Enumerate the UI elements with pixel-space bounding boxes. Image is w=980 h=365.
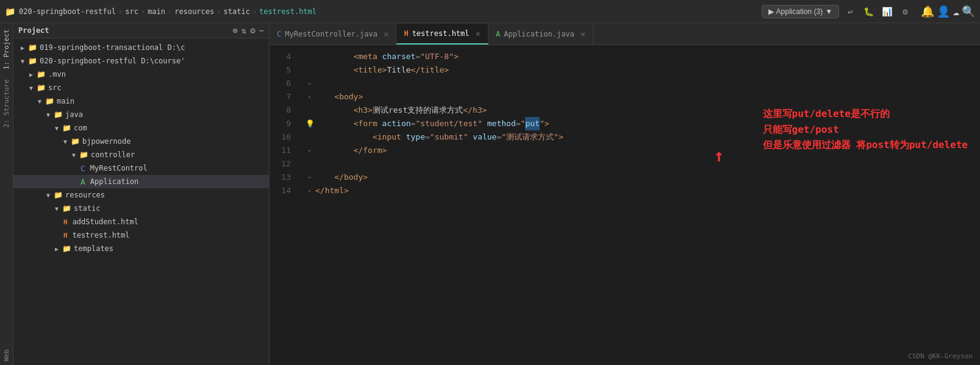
code-line-5: <title>Title</title> <box>304 63 973 77</box>
play-icon: ▶ <box>768 7 774 16</box>
folder-icon: 📁 <box>5 7 15 16</box>
profile-icon[interactable]: 📊 <box>879 4 894 19</box>
tree-item-controller[interactable]: ▼📁controller <box>13 148 269 161</box>
tree-item-java[interactable]: ▼📁java <box>13 108 269 121</box>
html-file-icon: H <box>63 218 68 226</box>
code-line-13: ▸ </body> <box>304 171 973 184</box>
tab-close-2[interactable]: × <box>476 29 481 38</box>
tree-item-static[interactable]: ▼📁static <box>13 202 269 215</box>
tree-label: java <box>65 110 83 119</box>
tree-label: 020-springboot-restful D:\course' <box>40 57 185 65</box>
sidebar-icons: ⊕ ⇅ ⚙ − <box>232 26 264 35</box>
code-line-7: ▸ <body> <box>304 90 973 104</box>
sidebar-header: Project ⊕ ⇅ ⚙ − <box>13 23 269 38</box>
tab-label-3: Application.java <box>504 30 574 38</box>
folder-icon: 📁 <box>79 151 88 159</box>
tree-label: src <box>48 83 62 92</box>
folder-icon: 📁 <box>54 191 63 199</box>
folder-icon: 📁 <box>62 124 71 132</box>
folder-icon: 📁 <box>28 43 37 52</box>
sync-icon[interactable]: ⇅ <box>241 26 246 35</box>
tab-label-2: testrest.html <box>412 29 470 38</box>
breadcrumb-item-1: 020-springboot-restful <box>19 7 116 16</box>
tree-item-MyRestControl[interactable]: CMyRestControl <box>13 161 269 175</box>
tree-label: bjpowernode <box>82 137 131 146</box>
line-numbers: 4567891011121314 <box>270 45 297 365</box>
tab-label-1: MyRestController.java <box>285 30 377 38</box>
folder-icon: 📁 <box>54 110 63 119</box>
minimize-icon[interactable]: − <box>259 26 264 35</box>
tab-application[interactable]: A Application.java × <box>488 24 593 44</box>
tree-label: static <box>74 204 100 213</box>
highlighted-token: put <box>525 117 539 130</box>
top-bar-actions: ↩ 🐛 📊 ⚙ <box>843 4 912 19</box>
tree-item-testrest.html[interactable]: Htestrest.html <box>13 229 269 242</box>
top-bar: 📁 020-springboot-restful › src › main › … <box>0 0 980 23</box>
tree-label: testrest.html <box>73 231 130 239</box>
vtab-web[interactable]: Web <box>1 346 12 365</box>
tree-item-bjpowernode[interactable]: ▼📁bjpowernode <box>13 135 269 148</box>
run-label: Application (3) <box>776 7 823 16</box>
breadcrumb-item-2: src <box>125 7 138 16</box>
sidebar: Project ⊕ ⇅ ⚙ − ▶📁019-springboot-transac… <box>13 23 270 365</box>
tab-close-3[interactable]: × <box>581 29 585 39</box>
tree-label: controller <box>91 151 135 159</box>
tab-myrestcontroller[interactable]: C MyRestController.java × <box>270 24 396 44</box>
breadcrumb-item-5: static <box>224 7 250 16</box>
code-line-4: <meta charset="UTF-8"> <box>304 50 973 63</box>
tree-label: com <box>74 124 87 132</box>
fold-icon: ▸ <box>304 144 315 157</box>
refresh-icon[interactable]: ↩ <box>843 4 857 19</box>
tree-item-Application[interactable]: AApplication <box>13 175 269 188</box>
debug-icon[interactable]: 🐛 <box>861 4 876 19</box>
editor-tabs: C MyRestController.java × H testrest.htm… <box>270 23 980 45</box>
code-line-11: ▸ </form> <box>304 144 973 157</box>
tree-item-020-springboot-restful[interactable]: ▼📁020-springboot-restful D:\course' <box>13 54 269 68</box>
folder-icon: 📁 <box>45 97 54 105</box>
settings-icon[interactable]: ⚙ <box>898 4 912 19</box>
tree-item-templates[interactable]: ▶📁templates <box>13 242 269 255</box>
code-line-12 <box>304 157 973 171</box>
folder-icon: 📁 <box>37 83 46 92</box>
code-line-14: ▸</html> <box>304 184 973 197</box>
code-line-9: 💡 <form action="student/test" method="pu… <box>304 117 973 130</box>
tree-item-src[interactable]: ▼📁src <box>13 81 269 94</box>
tab-close-1[interactable]: × <box>384 29 388 39</box>
gear-icon[interactable]: ⚙ <box>250 26 255 35</box>
add-icon[interactable]: ⊕ <box>232 26 237 35</box>
editor-area: C MyRestController.java × H testrest.htm… <box>270 23 980 365</box>
breadcrumb: 020-springboot-restful › src › main › re… <box>19 7 317 16</box>
tab-html-icon: H <box>404 29 408 38</box>
tree-item-resources[interactable]: ▼📁resources <box>13 188 269 202</box>
breadcrumb-item-6: testrest.html <box>259 7 317 16</box>
tree-item-addStudent.html[interactable]: HaddStudent.html <box>13 215 269 229</box>
tree-label: .mvn <box>48 70 66 79</box>
breadcrumb-item-4: resources <box>174 7 214 16</box>
fold-icon: ▸ <box>304 77 315 90</box>
sidebar-title: Project <box>18 26 229 35</box>
tree-label: resources <box>65 191 105 199</box>
folder-icon: 📁 <box>28 57 37 65</box>
vtab-project[interactable]: 1: Project <box>1 26 12 73</box>
tab-app-icon: A <box>496 30 500 38</box>
run-button[interactable]: ▶ Application (3) ▼ <box>762 5 840 18</box>
code-content[interactable]: <meta charset="UTF-8"> <title>Title</tit… <box>297 45 980 365</box>
code-line-8: <h3>测试rest支持的请求方式</h3> <box>304 104 973 117</box>
tree-item-019-springboot-transactional[interactable]: ▶📁019-springboot-transactional D:\c <box>13 41 269 54</box>
folder-icon: 📁 <box>71 137 80 146</box>
fold-icon: ▸ <box>304 171 315 184</box>
tab-testrest[interactable]: H testrest.html × <box>396 24 488 44</box>
code-editor: 4567891011121314 <meta charset="UTF-8"> … <box>270 45 980 365</box>
tree-label: 019-springboot-transactional D:\c <box>40 43 185 52</box>
folder-icon: 📁 <box>37 70 46 79</box>
code-line-10: <input type="submit" value="测试请求方式"> <box>304 130 973 144</box>
left-vertical-tabs: 1: Project 2: Structure Web <box>0 23 13 365</box>
tree-item-com[interactable]: ▼📁com <box>13 121 269 135</box>
folder-icon: 📁 <box>62 204 71 213</box>
tree-label: templates <box>74 244 113 253</box>
tree-item-.mvn[interactable]: ▶📁.mvn <box>13 68 269 81</box>
vtab-structure[interactable]: 2: Structure <box>1 76 12 131</box>
app-file-icon: A <box>80 177 85 186</box>
tree-label: Application <box>90 177 138 186</box>
tree-item-main[interactable]: ▼📁main <box>13 94 269 108</box>
